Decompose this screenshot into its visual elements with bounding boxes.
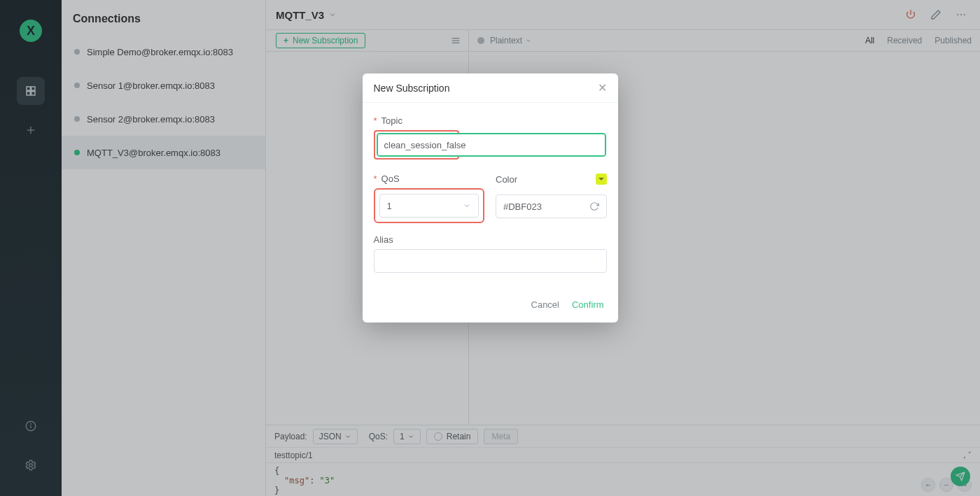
qos-label: QoS [382, 173, 400, 184]
chevron-down-icon [463, 201, 471, 210]
color-swatch[interactable] [596, 173, 607, 185]
new-subscription-modal: New Subscription ✕ *Topic *QoS 1 [363, 73, 618, 323]
refresh-icon[interactable] [589, 201, 599, 211]
alias-input[interactable] [374, 249, 607, 273]
qos-select[interactable]: 1 [379, 194, 479, 218]
modal-overlay[interactable]: New Subscription ✕ *Topic *QoS 1 [0, 0, 980, 496]
color-value: #DBF023 [503, 201, 542, 212]
topic-input[interactable] [377, 133, 606, 157]
alias-label: Alias [374, 234, 393, 245]
color-label: Color [496, 174, 517, 185]
confirm-button[interactable]: Confirm [572, 299, 604, 310]
qos-value: 1 [387, 201, 392, 211]
cancel-button[interactable]: Cancel [531, 299, 559, 310]
modal-title: New Subscription [374, 83, 450, 94]
color-input[interactable]: #DBF023 [496, 194, 607, 218]
topic-label: Topic [382, 115, 402, 126]
close-icon[interactable]: ✕ [598, 81, 607, 94]
